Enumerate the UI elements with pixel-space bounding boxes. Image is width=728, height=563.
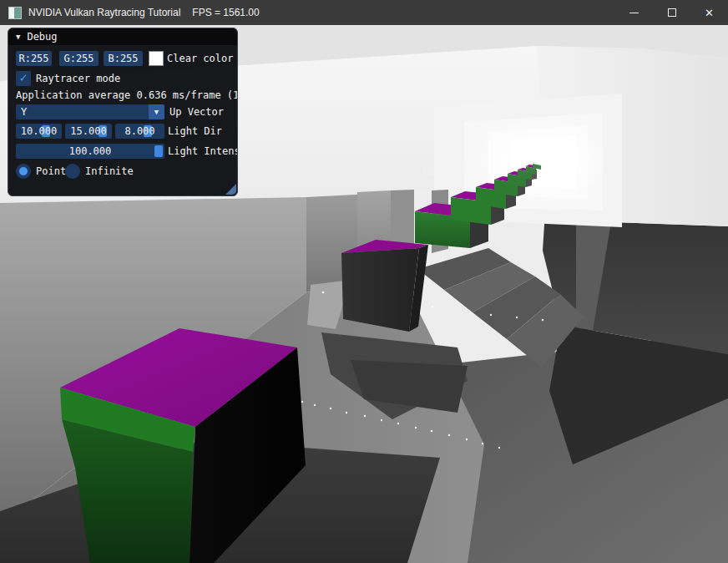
point-light-radio[interactable] xyxy=(16,164,31,179)
light-dir-x-value: 10.000 xyxy=(16,124,62,139)
light-intensity-slider[interactable]: 100.000 xyxy=(16,144,164,159)
up-vector-label: Up Vector xyxy=(169,104,224,119)
raytracer-mode-checkbox[interactable]: ✓ xyxy=(16,71,31,86)
light-dir-y-slider[interactable]: 15.000 xyxy=(65,124,112,139)
panel-resize-grip[interactable] xyxy=(225,184,236,195)
light-intensity-label: Light Intens xyxy=(168,144,237,159)
minimize-icon xyxy=(629,13,639,13)
light-dir-z-value: 8.000 xyxy=(115,124,164,139)
app-icon xyxy=(8,7,22,19)
red-value-button[interactable]: R:255 xyxy=(16,51,52,66)
light-dir-z-slider[interactable]: 8.000 xyxy=(115,124,164,139)
close-button[interactable]: ✕ xyxy=(690,0,728,25)
point-light-label: Point xyxy=(36,164,66,179)
maximize-icon xyxy=(668,8,676,17)
light-dir-y-value: 15.000 xyxy=(65,124,112,139)
window-title: NVIDIA Vulkan Raytracing Tutorial xyxy=(28,7,180,18)
window-titlebar[interactable]: NVIDIA Vulkan Raytracing Tutorial FPS = … xyxy=(0,0,728,25)
infinite-light-label: Infinite xyxy=(85,164,134,179)
minimize-button[interactable] xyxy=(615,0,653,25)
clear-color-swatch[interactable] xyxy=(149,51,164,66)
raytracer-mode-label: Raytracer mode xyxy=(36,71,120,86)
check-icon: ✓ xyxy=(19,72,27,84)
infinite-light-radio[interactable] xyxy=(65,164,80,179)
light-intensity-value: 100.000 xyxy=(16,144,164,159)
chevron-down-icon: ▼ xyxy=(154,108,159,116)
collapse-arrow-icon: ▼ xyxy=(16,33,20,41)
blue-value-button[interactable]: B:255 xyxy=(104,51,143,66)
up-vector-value: Y xyxy=(21,104,27,119)
up-vector-combo[interactable]: Y ▼ xyxy=(16,104,164,119)
debug-panel: ▼ Debug R:255 G:255 B:255 Clear color ✓ … xyxy=(8,28,238,196)
light-dir-label: Light Dir xyxy=(168,124,222,139)
clear-color-label: Clear color xyxy=(167,51,233,66)
light-dir-x-slider[interactable]: 10.000 xyxy=(16,124,62,139)
green-value-button[interactable]: G:255 xyxy=(59,51,99,66)
close-icon: ✕ xyxy=(705,7,714,19)
frame-stats-text: Application average 0.636 ms/frame (15 xyxy=(16,89,237,102)
fps-counter: FPS = 1561.00 xyxy=(192,7,259,18)
combo-arrow-button[interactable]: ▼ xyxy=(149,104,164,119)
debug-panel-title: Debug xyxy=(27,31,57,43)
debug-panel-header[interactable]: ▼ Debug xyxy=(8,28,237,45)
radio-selected-dot xyxy=(19,167,28,175)
maximize-button[interactable] xyxy=(653,0,690,25)
